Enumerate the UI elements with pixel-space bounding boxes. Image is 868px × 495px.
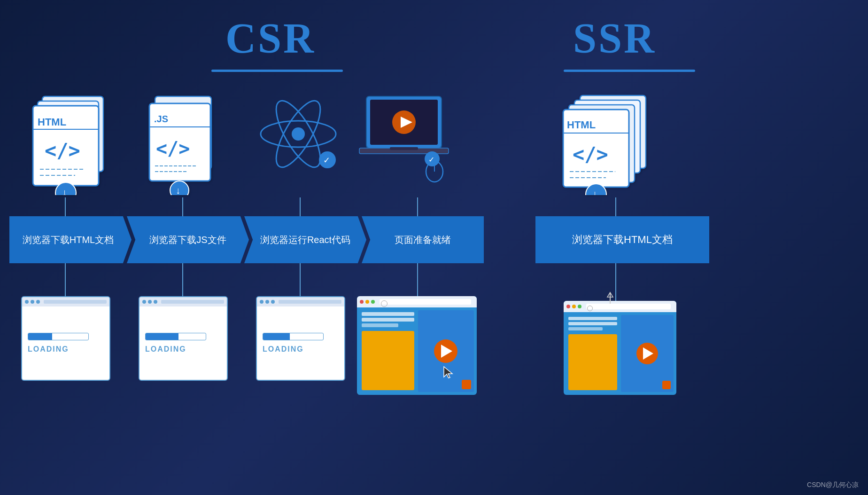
loading-screen-2: LOADING — [139, 296, 228, 381]
main-background: CSR SSR HTML </> ↓ — [0, 0, 868, 495]
browser-play-circle — [434, 339, 457, 363]
loading-screen-3-content: LOADING — [257, 306, 344, 380]
browser-line-3 — [362, 323, 398, 327]
ssr-orange-block — [662, 381, 671, 389]
browser-search-bar — [380, 299, 471, 305]
csr-step-2-box: 浏览器下载JS文件 — [127, 216, 249, 263]
loading-fill-1 — [28, 333, 52, 340]
ssr-browser-content — [564, 312, 676, 395]
topbar-dot-9 — [271, 300, 275, 304]
svg-text:</>: </> — [573, 143, 608, 166]
svg-text:↓: ↓ — [176, 185, 180, 195]
csr-step-4-label: 页面准备就绪 — [385, 234, 460, 246]
loading-text-1: LOADING — [28, 345, 69, 354]
browser-left-col — [360, 310, 416, 392]
html-file-icon-ssr: HTML </> ↓ — [557, 92, 660, 197]
ssr-cursor — [605, 291, 615, 306]
connector-ssr1-top — [615, 197, 616, 219]
csr-cursor — [443, 366, 453, 381]
svg-text:.JS: .JS — [154, 114, 168, 124]
connector-ssr1-bottom — [615, 263, 616, 301]
topbar-dot-8 — [265, 300, 269, 304]
loading-screen-1-topbar — [22, 297, 109, 306]
svg-marker-46 — [444, 367, 452, 378]
topbar-dot-4 — [142, 300, 146, 304]
topbar-address-3 — [279, 300, 341, 304]
loading-screen-1-content: LOADING — [22, 306, 109, 380]
connector-csr2-bottom — [182, 263, 183, 296]
svg-rect-30 — [390, 147, 418, 150]
browser-play-triangle — [441, 345, 452, 358]
browser-dot-yellow — [365, 300, 369, 304]
loading-bar-3 — [263, 333, 324, 340]
topbar-dot-5 — [148, 300, 152, 304]
ssr-play-circle — [636, 343, 658, 364]
ssr-browser-dot-yellow — [572, 305, 576, 308]
connector-csr1-top — [65, 197, 66, 219]
loading-bar-1 — [28, 333, 89, 340]
loading-bar-2 — [145, 333, 206, 340]
ssr-title: SSR — [573, 14, 656, 63]
loading-screen-1: LOADING — [21, 296, 110, 381]
ssr-browser-search-bar — [586, 304, 671, 309]
react-atom-icon: ✓ — [256, 89, 341, 185]
csr-step-4-box: 页面准备就绪 — [362, 216, 484, 263]
topbar-dot-3 — [36, 300, 40, 304]
browser-search-icon — [381, 300, 388, 307]
topbar-dot-1 — [25, 300, 29, 304]
loading-screen-3: LOADING — [256, 296, 345, 381]
ssr-browser-line-2 — [568, 322, 617, 325]
loading-screen-2-topbar — [140, 297, 227, 306]
topbar-dot-2 — [31, 300, 34, 304]
browser-orange-block — [462, 380, 471, 389]
loading-fill-2 — [146, 333, 178, 340]
svg-text:↓: ↓ — [62, 187, 67, 195]
topbar-address — [44, 300, 107, 304]
csr-step-3-label: 浏览器运行React代码 — [251, 234, 360, 246]
loading-fill-3 — [263, 333, 290, 340]
connector-csr4-top — [417, 197, 418, 219]
topbar-dot-7 — [260, 300, 264, 304]
connector-csr3-bottom — [300, 263, 301, 296]
topbar-dot-6 — [154, 300, 157, 304]
browser-dot-green — [371, 300, 375, 304]
svg-text:</>: </> — [45, 139, 80, 162]
csr-underline — [211, 70, 343, 72]
loading-text-2: LOADING — [145, 345, 186, 354]
csr-step-3-box: 浏览器运行React代码 — [244, 216, 366, 263]
csr-step-1-box: 浏览器下载HTML文档 — [9, 216, 132, 263]
js-file-icon-csr: .JS </> ↓ — [146, 92, 221, 197]
svg-text:↓: ↓ — [592, 188, 597, 195]
ssr-browser-left-col — [566, 315, 619, 392]
browser-dot-red — [360, 300, 364, 304]
svg-text:✓: ✓ — [323, 156, 330, 165]
watermark: CSDN@几何心凉 — [807, 481, 859, 489]
ssr-underline — [564, 70, 695, 72]
ssr-browser-window — [564, 301, 676, 395]
svg-text:</>: </> — [156, 138, 190, 159]
ssr-browser-right-col — [621, 315, 674, 392]
loading-screen-2-content: LOADING — [140, 306, 227, 380]
ssr-browser-dot-red — [566, 305, 570, 308]
csr-step-1-label: 浏览器下载HTML文档 — [18, 234, 123, 246]
svg-text:✓: ✓ — [428, 156, 434, 164]
ssr-play-triangle — [643, 347, 653, 360]
browser-yellow-block — [362, 331, 414, 390]
loading-text-3: LOADING — [263, 345, 304, 354]
browser-line-2 — [362, 318, 414, 322]
loading-screen-3-topbar — [257, 297, 344, 306]
svg-text:HTML: HTML — [567, 119, 596, 131]
connector-csr3-top — [300, 197, 301, 219]
ssr-search-icon — [587, 306, 593, 311]
ssr-step-1-box: 浏览器下载HTML文档 — [535, 216, 709, 263]
csr-title: CSR — [225, 14, 316, 63]
ssr-browser-top — [564, 301, 676, 312]
connector-csr2-top — [182, 197, 183, 219]
connector-csr1-bottom — [65, 263, 66, 296]
ssr-browser-line-1 — [568, 317, 617, 320]
browser-line-1 — [362, 312, 414, 316]
csr-browser-content — [357, 307, 477, 395]
csr-browser-window — [357, 296, 477, 395]
topbar-address-2 — [161, 300, 224, 304]
ssr-browser-line-3 — [568, 327, 603, 330]
